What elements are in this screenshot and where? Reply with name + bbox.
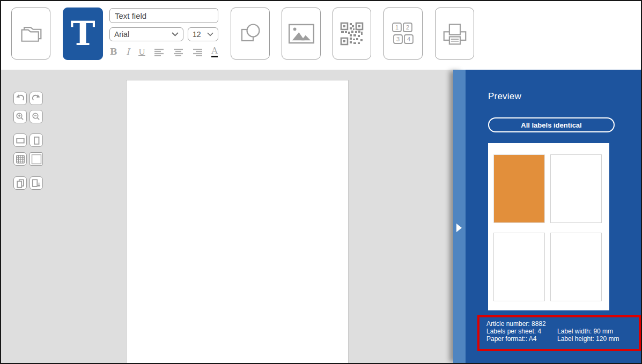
article-number-text: Article number: 8882	[486, 320, 639, 328]
chevron-down-icon	[207, 32, 213, 36]
align-right-button[interactable]	[193, 48, 203, 56]
qr-code-icon	[340, 22, 364, 46]
label-preview-4[interactable]	[550, 233, 602, 301]
sheet-preview	[488, 143, 609, 310]
undo-button[interactable]	[13, 92, 27, 105]
open-file-button[interactable]	[11, 8, 50, 60]
text-tool-letter: T	[70, 17, 95, 50]
image-icon	[288, 24, 315, 44]
digit-1: 1	[395, 24, 398, 31]
panel-title: Preview	[488, 91, 521, 102]
align-center-button[interactable]	[173, 48, 183, 56]
grid-icon	[16, 154, 25, 164]
redo-button[interactable]	[29, 92, 43, 105]
numbering-button[interactable]: 1 2 3 4	[383, 8, 423, 60]
text-tool-button[interactable]: B T	[63, 8, 103, 60]
blank-sheet-icon	[31, 154, 42, 165]
digit-3: 3	[396, 36, 399, 42]
landscape-orientation-button[interactable]	[13, 133, 27, 147]
font-size-select[interactable]: 12	[188, 27, 218, 41]
text-field-input[interactable]	[109, 8, 218, 23]
zoom-in-icon	[16, 112, 25, 121]
shapes-icon	[238, 21, 263, 46]
show-grid-button[interactable]	[13, 152, 27, 166]
panel-collapse-handle[interactable]	[453, 70, 466, 363]
labels-per-sheet-text: Labels per sheet: 4	[486, 328, 557, 335]
font-size-value: 12	[193, 30, 201, 39]
landscape-icon	[16, 136, 25, 145]
zoom-in-button[interactable]	[13, 110, 27, 123]
underline-button[interactable]: U	[138, 48, 145, 56]
label-width-text: Label width: 90 mm	[557, 328, 639, 335]
italic-button[interactable]: I	[126, 48, 129, 56]
label-preview-2[interactable]	[550, 154, 602, 223]
qr-code-button[interactable]	[333, 8, 371, 60]
label-designer-window: B T Arial 12 B I U	[0, 0, 642, 364]
duplicate-page-button[interactable]	[13, 176, 27, 190]
paper-format-text: Paper format:: A4	[486, 335, 557, 343]
zoom-out-icon	[32, 112, 41, 121]
design-canvas[interactable]	[126, 80, 349, 363]
portrait-orientation-button[interactable]	[29, 133, 43, 147]
align-left-button[interactable]	[154, 48, 164, 56]
redo-icon	[32, 94, 41, 103]
shapes-button[interactable]	[231, 8, 270, 60]
bold-button[interactable]: B	[110, 48, 117, 56]
preview-panel: Preview All labels identical Article num…	[466, 70, 641, 363]
blank-sheet-button[interactable]	[29, 152, 43, 166]
portrait-icon	[32, 136, 41, 145]
format-info-highlight-box: Article number: 8882 Labels per sheet: 4…	[477, 315, 641, 351]
label-preview-1[interactable]	[493, 154, 545, 223]
digit-2: 2	[405, 24, 409, 31]
print-icon	[441, 21, 469, 46]
print-button[interactable]	[435, 8, 474, 60]
folder-icon	[17, 22, 45, 46]
numbering-icon: 1 2 3 4	[392, 23, 415, 45]
label-preview-3[interactable]	[493, 233, 545, 301]
undo-icon	[16, 94, 25, 103]
font-family-select[interactable]: Arial	[109, 27, 183, 41]
font-color-button[interactable]: A	[211, 47, 218, 57]
zoom-out-button[interactable]	[29, 110, 43, 123]
expand-arrow-icon	[456, 224, 462, 232]
duplicate-page-icon	[16, 179, 25, 188]
format-info: Article number: 8882 Labels per sheet: 4…	[486, 320, 639, 343]
move-page-down-button[interactable]	[29, 176, 43, 190]
top-toolbar: B T Arial 12 B I U	[1, 1, 641, 70]
font-family-value: Arial	[114, 30, 129, 39]
chevron-down-icon	[172, 32, 179, 36]
all-labels-identical-button[interactable]: All labels identical	[488, 117, 615, 132]
digit-4: 4	[407, 36, 410, 42]
image-button[interactable]	[282, 8, 321, 60]
text-format-row: B I U A	[110, 46, 218, 58]
label-height-text: Label height: 120 mm	[557, 335, 639, 343]
page-down-icon	[31, 179, 41, 188]
